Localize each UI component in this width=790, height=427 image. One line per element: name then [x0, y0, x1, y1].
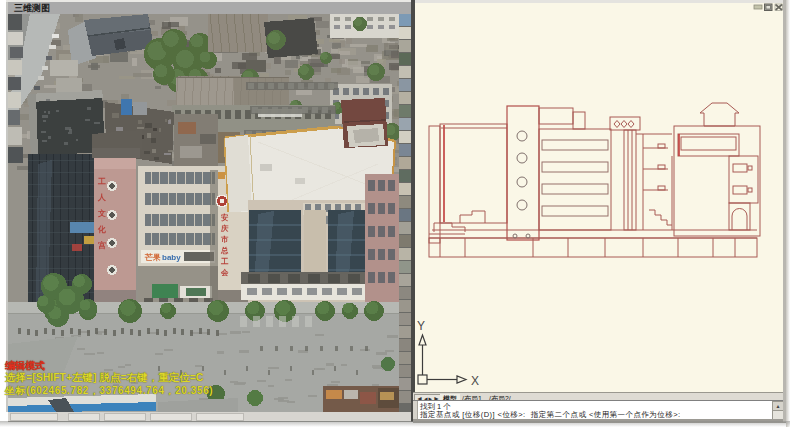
svg-text:X: X [471, 374, 479, 388]
svg-text:Y: Y [417, 319, 425, 333]
